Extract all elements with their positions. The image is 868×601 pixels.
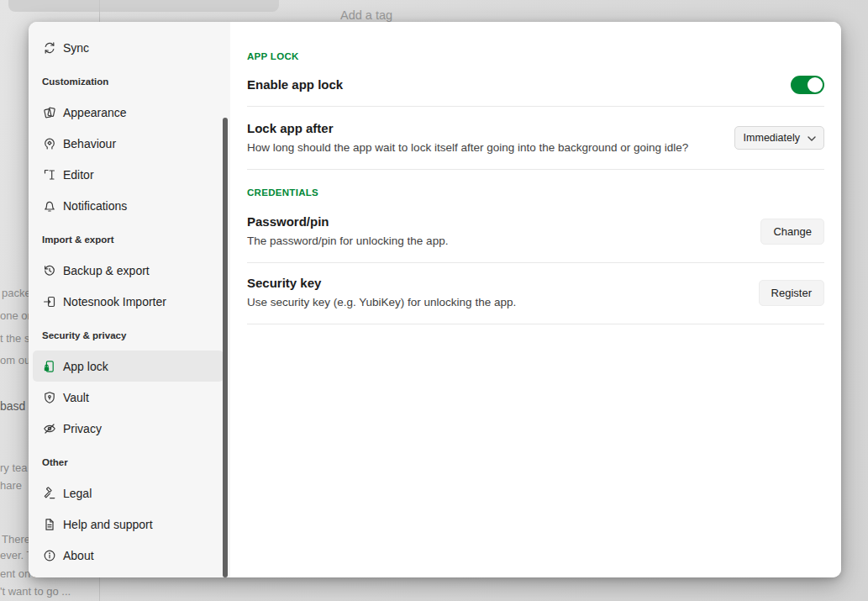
sidebar-section-customization: Customization xyxy=(29,66,230,97)
sidebar-item-vault[interactable]: Vault xyxy=(33,382,224,413)
app-lock-settings-panel: APP LOCK Enable app lock Lock app after … xyxy=(230,22,841,577)
background-text-fragment: hare xyxy=(0,479,22,492)
about-info-icon xyxy=(42,548,56,562)
setting-title: Password/pin xyxy=(247,214,448,230)
sidebar-item-appearance[interactable]: Appearance xyxy=(33,97,224,128)
lock-app-after-select[interactable]: Immediately xyxy=(734,126,824,150)
section-title-credentials: CREDENTIALS xyxy=(247,187,824,198)
setting-row-enable-app-lock: Enable app lock xyxy=(247,71,824,106)
enable-app-lock-toggle[interactable] xyxy=(791,76,824,94)
editor-icon xyxy=(42,167,56,182)
sidebar-item-privacy[interactable]: Privacy xyxy=(33,413,224,444)
sidebar-section-other: Other xyxy=(29,446,230,477)
background-text-fragment: one or xyxy=(0,309,31,322)
sidebar-item-label: Legal xyxy=(63,487,92,500)
sync-icon xyxy=(42,40,56,55)
sidebar-scrollbar[interactable] xyxy=(223,118,228,577)
sidebar-item-label: Backup & export xyxy=(63,264,150,277)
sidebar-item-help-support[interactable]: Help and support xyxy=(33,509,224,540)
importer-icon xyxy=(42,294,56,308)
sidebar-item-label: Sync xyxy=(63,41,89,55)
toggle-knob xyxy=(808,77,823,92)
change-password-button[interactable]: Change xyxy=(760,219,824,245)
setting-texts: Enable app lock xyxy=(247,76,343,93)
background-text-fragment: basd xyxy=(0,399,25,413)
screen: Add a tag packe one or t the s om ou bas… xyxy=(0,0,868,601)
appearance-icon xyxy=(42,105,56,119)
vault-shield-icon xyxy=(42,390,56,404)
add-a-tag-placeholder: Add a tag xyxy=(340,8,392,22)
setting-description: Use security key (e.g. YubiKey) for unlo… xyxy=(247,294,516,310)
sidebar-item-label: Notesnook Importer xyxy=(63,295,166,308)
sidebar-item-label: Help and support xyxy=(63,518,153,531)
setting-texts: Lock app after How long should the app w… xyxy=(247,120,688,156)
sidebar-item-label: About xyxy=(63,549,94,562)
setting-title: Lock app after xyxy=(247,120,688,137)
settings-dialog: Sync Customization Appearance Behaviour … xyxy=(29,22,841,577)
background-text-fragment: 't want to go ... xyxy=(0,585,71,598)
sidebar-item-backup-export[interactable]: Backup & export xyxy=(33,255,224,286)
setting-description: The password/pin for unlocking the app. xyxy=(247,233,448,249)
behaviour-icon xyxy=(42,136,56,150)
sidebar-item-editor[interactable]: Editor xyxy=(33,159,224,190)
sidebar-item-behaviour[interactable]: Behaviour xyxy=(33,128,224,159)
settings-sidebar: Sync Customization Appearance Behaviour … xyxy=(29,22,230,577)
background-text-fragment: om ou xyxy=(0,354,30,366)
setting-row-lock-app-after: Lock app after How long should the app w… xyxy=(247,107,824,169)
sidebar-item-label: Vault xyxy=(63,391,89,404)
sidebar-item-app-lock[interactable]: App lock xyxy=(33,351,224,382)
section-title-app-lock: APP LOCK xyxy=(247,50,824,62)
background-text-fragment: ry tea xyxy=(0,461,28,474)
setting-texts: Security key Use security key (e.g. Yubi… xyxy=(247,275,516,310)
sidebar-item-notesnook-importer[interactable]: Notesnook Importer xyxy=(33,286,224,317)
help-document-icon xyxy=(42,517,56,531)
divider xyxy=(247,324,824,324)
chevron-down-icon xyxy=(808,132,816,144)
sidebar-item-label: Notifications xyxy=(63,199,127,213)
sidebar-item-label: Behaviour xyxy=(63,137,116,150)
privacy-eye-off-icon xyxy=(42,421,56,435)
setting-texts: Password/pin The password/pin for unlock… xyxy=(247,214,448,249)
setting-row-security-key: Security key Use security key (e.g. Yubi… xyxy=(247,263,824,324)
sidebar-item-label: Appearance xyxy=(63,106,127,119)
sidebar-item-legal[interactable]: Legal xyxy=(33,477,224,509)
setting-description: How long should the app wait to lock its… xyxy=(247,140,688,156)
background-text-fragment: t the s xyxy=(0,332,29,345)
sidebar-item-about[interactable]: About xyxy=(33,540,224,571)
background-card xyxy=(8,0,279,12)
sidebar-item-notifications[interactable]: Notifications xyxy=(33,190,224,221)
sidebar-item-label: Privacy xyxy=(63,422,102,435)
notifications-icon xyxy=(42,198,56,213)
backup-restore-icon xyxy=(42,263,56,277)
divider xyxy=(247,169,824,170)
background-text-fragment: There xyxy=(2,533,30,546)
background-text-fragment: packe xyxy=(2,287,31,299)
setting-row-password-pin: Password/pin The password/pin for unlock… xyxy=(247,207,824,262)
setting-title: Security key xyxy=(247,275,516,292)
register-security-key-button[interactable]: Register xyxy=(759,280,824,306)
sidebar-section-security-privacy: Security & privacy xyxy=(29,319,230,351)
legal-gavel-icon xyxy=(42,486,56,500)
setting-title: Enable app lock xyxy=(247,76,343,93)
select-value: Immediately xyxy=(744,132,800,144)
app-lock-icon xyxy=(42,359,56,373)
sidebar-item-sync[interactable]: Sync xyxy=(33,32,224,63)
sidebar-item-label: App lock xyxy=(63,360,108,373)
sidebar-item-label: Editor xyxy=(63,168,94,182)
sidebar-section-import-export: Import & export xyxy=(29,224,230,255)
